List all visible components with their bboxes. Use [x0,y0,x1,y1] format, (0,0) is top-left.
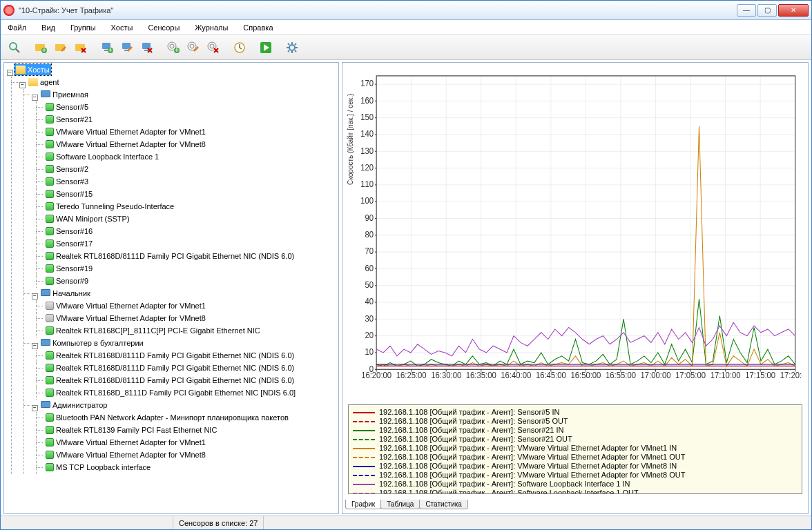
svg-text:150: 150 [360,112,374,121]
toolbar: + + + [1,35,811,60]
tree-group[interactable]: agent [27,77,61,88]
menu-groups[interactable]: Группы [68,22,99,33]
sensor-add-icon[interactable]: + [164,38,183,57]
tree-sensor[interactable]: Sensor#2 [44,164,90,175]
legend-label: 192.168.1.108 [Общий трафик - Агент]: Se… [379,435,572,444]
titlebar[interactable]: "10-Страйк: Учет Трафика" — ▢ ✕ [1,1,811,20]
sensor-icon [46,202,54,210]
sensor-delete-icon[interactable] [204,38,223,57]
folder-icon [16,66,26,74]
svg-text:130: 130 [360,146,374,155]
tree-host[interactable]: Компьютер в бухгалтерии [39,337,145,349]
menu-hosts[interactable]: Хосты [108,22,136,33]
gear-icon[interactable] [282,38,302,57]
legend-row: 192.168.1.108 [Общий трафик - Агент]: Se… [353,435,798,444]
svg-text:40: 40 [365,297,374,306]
tree-sensor[interactable]: Sensor#16 [44,226,94,237]
clock-icon[interactable] [230,38,249,57]
legend-swatch [353,484,375,485]
tree-host[interactable]: Приемная [39,89,90,100]
minimize-button[interactable]: — [737,4,756,17]
legend-swatch [353,448,375,449]
expand-icon[interactable]: − [32,95,38,101]
svg-line-32 [295,43,296,45]
tree-sensor[interactable]: Realtek RTL8168D_8111D Family PCI Gigabi… [44,387,297,398]
tree-host[interactable]: Администратор [39,400,108,411]
menu-journals[interactable]: Журналы [192,22,231,33]
tree-sensor[interactable]: Sensor#19 [44,263,94,274]
expand-icon[interactable]: − [19,82,26,88]
sensor-icon [46,215,54,223]
host-edit-icon[interactable] [117,38,137,57]
tree-sensor[interactable]: Sensor#21 [44,114,94,125]
menu-view[interactable]: Вид [39,22,58,33]
legend-label: 192.168.1.108 [Общий трафик - Агент]: So… [379,489,639,494]
hosts-tree-panel[interactable]: −Хосты−agent−ПриемнаяSensor#5Sensor#21VM… [3,62,339,514]
content: −Хосты−agent−ПриемнаяSensor#5Sensor#21VM… [1,60,811,516]
menubar: Файл Вид Группы Хосты Сенсоры Журналы Сп… [1,20,811,35]
expand-icon[interactable]: − [7,70,13,76]
folder-edit-icon[interactable] [51,38,70,57]
sensor-icon [46,227,54,235]
statusbar: Сенсоров в списке: 27 [1,516,811,529]
host-add-icon[interactable]: + [97,38,117,57]
sensor-icon [46,326,54,335]
tree-sensor[interactable]: Sensor#17 [44,238,94,249]
search-icon[interactable] [5,38,24,57]
tree-sensor[interactable]: VMware Virtual Ethernet Adapter for VMne… [44,313,207,324]
tree-sensor[interactable]: Sensor#3 [44,176,90,187]
legend-row: 192.168.1.108 [Общий трафик - Агент]: Se… [353,426,798,435]
menu-sensors[interactable]: Сенсоры [145,22,182,33]
host-delete-icon[interactable] [137,38,157,57]
folder-delete-icon[interactable] [71,38,90,57]
tree-root[interactable]: Хосты [14,64,51,75]
legend-label: 192.168.1.108 [Общий трафик - Агент]: VM… [379,453,685,462]
maximize-button[interactable]: ▢ [757,4,777,17]
tree-sensor[interactable]: VMware Virtual Ethernet Adapter for VMne… [44,126,207,137]
tree-sensor[interactable]: Realtek RTL8139 Family PCI Fast Ethernet… [44,424,218,435]
tree-sensor[interactable]: Sensor#5 [44,101,90,112]
tab-table[interactable]: Таблица [380,500,420,509]
menu-help[interactable]: Справка [240,22,276,33]
tree-sensor[interactable]: Realtek RTL8168D/8111D Family PCI Gigabi… [44,375,296,386]
folder-add-icon[interactable]: + [31,38,50,57]
legend-row: 192.168.1.108 [Общий трафик - Агент]: VM… [353,462,798,471]
svg-point-20 [190,44,194,48]
tree-sensor[interactable]: MS TCP Loopback interface [44,462,152,473]
legend-row: 192.168.1.108 [Общий трафик - Агент]: Se… [353,408,798,417]
chart-ylabel: Скорость (Кбайт [пак.] / сек.) [347,93,354,184]
tree-sensor[interactable]: Realtek RTL8168D/8111D Family PCI Gigabi… [44,350,296,361]
svg-text:10: 10 [365,347,374,356]
hosts-tree[interactable]: −Хосты−agent−ПриемнаяSensor#5Sensor#21VM… [6,64,337,474]
tree-sensor[interactable]: VMware Virtual Ethernet Adapter for VMne… [44,437,207,448]
menu-file[interactable]: Файл [5,22,29,33]
play-icon[interactable] [256,38,276,57]
expand-icon[interactable]: − [32,405,38,411]
tree-sensor[interactable]: Sensor#15 [44,188,94,199]
sensor-edit-icon[interactable] [184,38,203,57]
tree-sensor[interactable]: VMware Virtual Ethernet Adapter for VMne… [44,139,207,150]
expand-icon[interactable]: − [32,293,38,300]
tree-sensor[interactable]: WAN Miniport (SSTP) [44,213,131,224]
tree-sensor[interactable]: Realtek RTL8168D/8111D Family PCI Gigabi… [44,362,296,373]
tree-sensor[interactable]: Teredo Tunneling Pseudo-Interface [44,201,175,212]
legend-label: 192.168.1.108 [Общий трафик - Агент]: VM… [379,462,677,471]
tree-sensor[interactable]: Bluetooth PAN Network Adapter - Минипорт… [44,412,290,423]
svg-text:140: 140 [360,129,374,138]
svg-point-16 [170,44,174,48]
expand-icon[interactable]: − [32,343,38,349]
tree-sensor[interactable]: Realtek RTL8168D/8111D Family PCI Gigabi… [44,251,296,262]
tree-sensor[interactable]: Sensor#9 [44,275,90,286]
tree-sensor[interactable]: VMware Virtual Ethernet Adapter for VMne… [44,300,207,311]
close-button[interactable]: ✕ [778,4,809,17]
tree-sensor[interactable]: Software Loopback Interface 1 [44,151,160,162]
tree-sensor[interactable]: Realtek RTL8168C[P]_8111C[P] PCI-E Gigab… [44,325,262,336]
tab-graph[interactable]: График [345,500,381,509]
svg-text:16:40:00: 16:40:00 [501,371,531,380]
legend-swatch [353,439,375,440]
svg-rect-11 [122,43,130,49]
sensor-icon [46,165,54,173]
tree-host[interactable]: Начальник [39,288,92,299]
tree-sensor[interactable]: VMware Virtual Ethernet Adapter for VMne… [44,449,207,460]
tab-stats[interactable]: Статистика [419,500,468,509]
